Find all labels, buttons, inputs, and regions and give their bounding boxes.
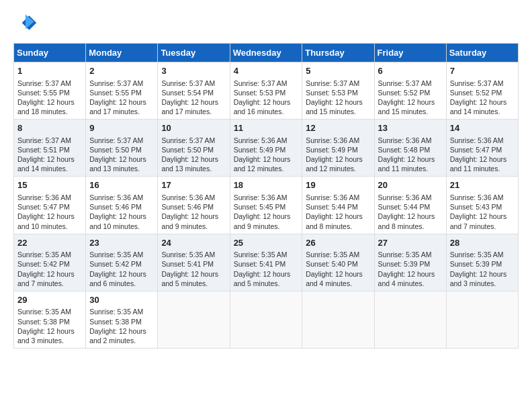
daylight-info: Daylight: 12 hours and 16 minutes. [234, 98, 291, 116]
calendar-cell: 9Sunrise: 5:37 AMSunset: 5:50 PMDaylight… [86, 120, 158, 177]
calendar-cell [374, 291, 446, 348]
calendar-cell: 18Sunrise: 5:36 AMSunset: 5:45 PMDayligh… [230, 177, 302, 234]
daylight-info: Daylight: 12 hours and 13 minutes. [161, 155, 218, 173]
sunset-info: Sunset: 5:45 PM [234, 203, 286, 211]
day-number: 24 [161, 237, 226, 249]
sunset-info: Sunset: 5:39 PM [378, 260, 431, 268]
weekday-wednesday: Wednesday [230, 44, 302, 62]
daylight-info: Daylight: 12 hours and 10 minutes. [17, 212, 75, 230]
day-number: 2 [89, 65, 154, 77]
sunset-info: Sunset: 5:49 PM [306, 146, 358, 154]
sunset-info: Sunset: 5:42 PM [89, 260, 142, 268]
daylight-info: Daylight: 12 hours and 8 minutes. [306, 212, 363, 230]
day-number: 16 [89, 179, 154, 191]
sunset-info: Sunset: 5:47 PM [17, 203, 70, 211]
calendar-cell: 15Sunrise: 5:36 AMSunset: 5:47 PMDayligh… [14, 177, 86, 234]
sunset-info: Sunset: 5:39 PM [450, 260, 502, 268]
weekday-monday: Monday [86, 44, 158, 62]
daylight-info: Daylight: 12 hours and 6 minutes. [89, 270, 146, 287]
daylight-info: Daylight: 12 hours and 12 minutes. [234, 155, 291, 173]
daylight-info: Daylight: 12 hours and 8 minutes. [378, 212, 435, 230]
calendar-cell: 7Sunrise: 5:37 AMSunset: 5:52 PMDaylight… [446, 62, 518, 120]
sunrise-info: Sunrise: 5:36 AM [234, 193, 287, 201]
sunrise-info: Sunrise: 5:36 AM [306, 193, 359, 201]
daylight-info: Daylight: 12 hours and 11 minutes. [378, 155, 435, 173]
calendar-cell: 16Sunrise: 5:36 AMSunset: 5:46 PMDayligh… [86, 177, 158, 234]
sunset-info: Sunset: 5:46 PM [161, 203, 214, 211]
calendar-cell [302, 291, 374, 348]
weekday-sunday: Sunday [14, 44, 86, 62]
sunset-info: Sunset: 5:54 PM [161, 89, 214, 97]
daylight-info: Daylight: 12 hours and 7 minutes. [450, 212, 507, 230]
calendar-cell: 3Sunrise: 5:37 AMSunset: 5:54 PMDaylight… [158, 62, 230, 120]
day-number: 30 [89, 294, 154, 306]
sunrise-info: Sunrise: 5:37 AM [378, 79, 432, 87]
sunrise-info: Sunrise: 5:35 AM [234, 250, 287, 259]
sunrise-info: Sunrise: 5:35 AM [450, 250, 504, 259]
calendar-week-5: 29Sunrise: 5:35 AMSunset: 5:38 PMDayligh… [14, 291, 519, 348]
sunrise-info: Sunrise: 5:36 AM [450, 136, 504, 144]
sunrise-info: Sunrise: 5:37 AM [450, 79, 504, 87]
sunrise-info: Sunrise: 5:37 AM [306, 79, 359, 87]
daylight-info: Daylight: 12 hours and 13 minutes. [89, 155, 146, 173]
day-number: 9 [89, 122, 154, 134]
sunrise-info: Sunrise: 5:37 AM [17, 79, 71, 87]
calendar-cell: 4Sunrise: 5:37 AMSunset: 5:53 PMDaylight… [230, 62, 302, 120]
logo-icon [13, 11, 38, 35]
sunset-info: Sunset: 5:44 PM [378, 203, 431, 211]
sunset-info: Sunset: 5:43 PM [450, 203, 502, 211]
day-number: 6 [378, 65, 443, 77]
day-number: 1 [17, 65, 82, 77]
daylight-info: Daylight: 12 hours and 5 minutes. [234, 270, 291, 287]
sunrise-info: Sunrise: 5:35 AM [17, 308, 71, 316]
sunset-info: Sunset: 5:40 PM [306, 260, 358, 268]
weekday-tuesday: Tuesday [158, 44, 230, 62]
sunset-info: Sunset: 5:50 PM [89, 146, 142, 154]
sunrise-info: Sunrise: 5:35 AM [17, 250, 71, 259]
day-number: 11 [234, 122, 299, 134]
calendar-cell: 29Sunrise: 5:35 AMSunset: 5:38 PMDayligh… [14, 291, 86, 348]
sunset-info: Sunset: 5:55 PM [17, 89, 70, 97]
day-number: 7 [450, 65, 515, 77]
sunrise-info: Sunrise: 5:37 AM [89, 136, 143, 144]
calendar-cell: 28Sunrise: 5:35 AMSunset: 5:39 PMDayligh… [446, 234, 518, 291]
daylight-info: Daylight: 12 hours and 10 minutes. [89, 212, 146, 230]
sunset-info: Sunset: 5:53 PM [306, 89, 358, 97]
sunrise-info: Sunrise: 5:35 AM [378, 250, 432, 259]
day-number: 8 [17, 122, 82, 134]
day-number: 25 [234, 237, 299, 249]
daylight-info: Daylight: 12 hours and 15 minutes. [378, 98, 435, 116]
sunset-info: Sunset: 5:49 PM [234, 146, 286, 154]
daylight-info: Daylight: 12 hours and 4 minutes. [378, 270, 435, 287]
sunset-info: Sunset: 5:48 PM [378, 146, 431, 154]
day-number: 10 [161, 122, 226, 134]
day-number: 26 [306, 237, 370, 249]
weekday-thursday: Thursday [302, 44, 374, 62]
daylight-info: Daylight: 12 hours and 14 minutes. [17, 155, 75, 173]
daylight-info: Daylight: 12 hours and 15 minutes. [306, 98, 363, 116]
day-number: 21 [450, 179, 515, 191]
calendar-cell: 21Sunrise: 5:36 AMSunset: 5:43 PMDayligh… [446, 177, 518, 234]
calendar-cell: 1Sunrise: 5:37 AMSunset: 5:55 PMDaylight… [14, 62, 86, 120]
day-number: 12 [306, 122, 370, 134]
sunrise-info: Sunrise: 5:35 AM [161, 250, 215, 259]
daylight-info: Daylight: 12 hours and 2 minutes. [89, 327, 146, 345]
calendar-week-4: 22Sunrise: 5:35 AMSunset: 5:42 PMDayligh… [14, 234, 519, 291]
daylight-info: Daylight: 12 hours and 12 minutes. [306, 155, 363, 173]
calendar-cell [158, 291, 230, 348]
day-number: 3 [161, 65, 226, 77]
sunrise-info: Sunrise: 5:37 AM [161, 79, 215, 87]
calendar-cell: 5Sunrise: 5:37 AMSunset: 5:53 PMDaylight… [302, 62, 374, 120]
calendar-cell: 14Sunrise: 5:36 AMSunset: 5:47 PMDayligh… [446, 120, 518, 177]
daylight-info: Daylight: 12 hours and 11 minutes. [450, 155, 507, 173]
sunrise-info: Sunrise: 5:37 AM [17, 136, 71, 144]
sunrise-info: Sunrise: 5:37 AM [234, 79, 287, 87]
day-number: 5 [306, 65, 370, 77]
calendar-cell: 19Sunrise: 5:36 AMSunset: 5:44 PMDayligh… [302, 177, 374, 234]
sunset-info: Sunset: 5:55 PM [89, 89, 142, 97]
day-number: 14 [450, 122, 515, 134]
sunset-info: Sunset: 5:41 PM [234, 260, 286, 268]
calendar-table: SundayMondayTuesdayWednesdayThursdayFrid… [13, 43, 519, 349]
daylight-info: Daylight: 12 hours and 4 minutes. [306, 270, 363, 287]
sunrise-info: Sunrise: 5:35 AM [89, 250, 143, 259]
